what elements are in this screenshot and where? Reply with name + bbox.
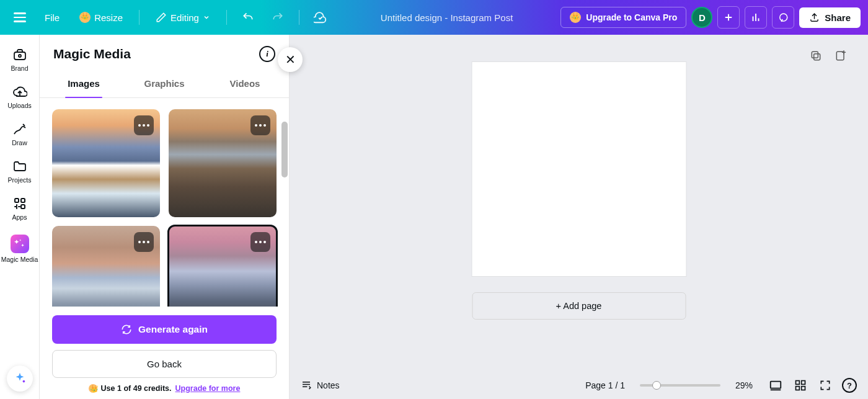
crown-icon [79, 12, 91, 23]
svg-rect-10 [796, 381, 800, 385]
comments-button[interactable] [772, 6, 794, 29]
svg-rect-3 [21, 199, 25, 202]
panel-title: Magic Media [53, 47, 131, 61]
share-button[interactable]: Share [799, 7, 861, 28]
sparkle-icon [13, 372, 27, 385]
magic-media-panel: Magic Media i Images Graphics Videos [40, 35, 290, 399]
svg-rect-7 [812, 52, 818, 58]
svg-rect-4 [21, 205, 25, 208]
upgrade-button[interactable]: Upgrade to Canva Pro [560, 7, 686, 28]
generated-image[interactable] [169, 226, 277, 307]
image-options-button[interactable] [250, 115, 270, 135]
image-options-button[interactable] [250, 232, 270, 252]
panel-tabs: Images Graphics Videos [40, 71, 289, 98]
duplicate-page-button[interactable] [808, 48, 823, 63]
tab-graphics[interactable]: Graphics [124, 71, 205, 97]
file-menu[interactable]: File [37, 9, 67, 27]
rail-brand[interactable]: Brand [1, 42, 38, 77]
tab-images[interactable]: Images [43, 71, 124, 97]
svg-rect-8 [836, 52, 844, 60]
svg-rect-11 [802, 381, 805, 385]
undo-button[interactable] [236, 5, 260, 30]
rail-label: Magic Media [1, 256, 38, 263]
rail-projects[interactable]: Projects [1, 154, 38, 189]
svg-rect-13 [802, 387, 805, 390]
svg-point-1 [19, 55, 21, 57]
svg-rect-12 [796, 387, 800, 390]
rail-label: Draw [12, 139, 27, 146]
plus-icon [723, 12, 734, 23]
rail-magic-media[interactable]: Magic Media [1, 230, 38, 268]
insights-button[interactable] [745, 6, 767, 29]
canvas-page[interactable] [472, 62, 686, 276]
close-panel-button[interactable]: ✕ [278, 47, 303, 72]
left-rail: Brand Uploads Draw Projects Apps Magic M… [0, 35, 40, 399]
folder-icon [12, 159, 27, 174]
tab-videos[interactable]: Videos [205, 71, 285, 97]
image-options-button[interactable] [134, 232, 154, 252]
cloud-sync-button[interactable] [308, 5, 333, 30]
generate-again-button[interactable]: Generate again [52, 315, 277, 344]
generated-image[interactable] [52, 109, 160, 217]
magic-media-icon [11, 235, 29, 253]
chevron-down-icon [203, 14, 210, 21]
generated-image[interactable] [52, 226, 160, 307]
view-pages-button[interactable] [768, 377, 784, 393]
chart-icon [750, 12, 761, 23]
brand-icon [12, 47, 27, 62]
cloud-check-icon [314, 11, 327, 24]
rail-draw[interactable]: Draw [1, 117, 38, 151]
upgrade-label: Upgrade to Canva Pro [586, 12, 677, 22]
grid-view-button[interactable] [792, 377, 808, 393]
add-member-button[interactable] [717, 6, 740, 29]
bottom-bar: Notes Page 1 / 1 29% ? [290, 372, 868, 399]
fullscreen-button[interactable] [817, 377, 833, 393]
document-title[interactable]: Untitled design - Instagram Post [338, 12, 556, 23]
generated-image[interactable] [169, 109, 277, 217]
go-back-button[interactable]: Go back [52, 350, 277, 378]
svg-rect-2 [15, 199, 19, 202]
generate-label: Generate again [138, 324, 208, 335]
help-button[interactable]: ? [842, 378, 857, 393]
image-options-button[interactable] [134, 115, 154, 135]
notes-icon [301, 380, 312, 391]
add-page-icon-button[interactable] [833, 48, 848, 63]
info-button[interactable]: i [259, 46, 275, 62]
crown-icon [89, 384, 97, 393]
rail-uploads[interactable]: Uploads [1, 79, 38, 114]
zoom-slider[interactable] [640, 384, 720, 387]
resize-label: Resize [94, 12, 123, 23]
pencil-icon [156, 12, 167, 23]
canvas-area: + Add page Notes Page 1 / 1 29% ? [290, 35, 868, 399]
add-page-button[interactable]: + Add page [472, 292, 686, 320]
notes-button[interactable]: Notes [301, 380, 340, 391]
notes-label: Notes [317, 380, 340, 390]
zoom-percentage[interactable]: 29% [735, 380, 753, 390]
comment-icon [777, 12, 789, 23]
separator [299, 10, 299, 25]
rail-apps[interactable]: Apps [1, 191, 38, 226]
credits-prefix: Use 1 of 49 credits. [101, 384, 172, 393]
resize-button[interactable]: Resize [72, 8, 130, 27]
panel-scrollbar[interactable] [280, 122, 289, 306]
redo-button[interactable] [265, 5, 290, 30]
editing-mode-button[interactable]: Editing [148, 8, 218, 27]
upgrade-link[interactable]: Upgrade for more [175, 384, 241, 393]
refresh-icon [121, 324, 132, 335]
rail-label: Apps [12, 213, 27, 221]
page-counter[interactable]: Page 1 / 1 [585, 380, 625, 390]
separator [139, 10, 140, 25]
svg-rect-6 [814, 54, 820, 60]
share-label: Share [825, 12, 851, 23]
editing-label: Editing [170, 12, 199, 23]
cloud-upload-icon [12, 84, 27, 99]
rail-label: Projects [8, 176, 32, 184]
menu-button[interactable] [7, 5, 32, 30]
crown-icon [570, 12, 581, 23]
rail-label: Brand [11, 65, 28, 72]
magic-assist-button[interactable] [7, 365, 33, 392]
avatar[interactable]: D [691, 7, 712, 28]
svg-rect-9 [771, 382, 781, 388]
undo-icon [242, 11, 254, 24]
upload-icon [809, 12, 820, 23]
